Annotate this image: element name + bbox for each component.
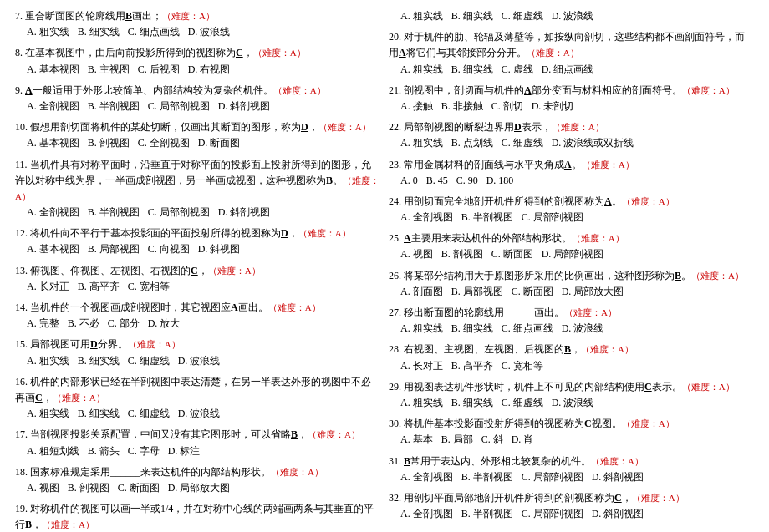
- q18-text: 18. 国家标准规定采用______来表达机件的内部结构形状。（难度：A）: [15, 464, 380, 480]
- question-7: 7. 重合断面图的轮廓线用B画出；（难度：A） A. 粗实线 B. 细实线 C.…: [15, 8, 380, 40]
- q18-options: A. 视图 B. 剖视图 C. 断面图 D. 局部放大图: [15, 480, 380, 496]
- q28-options: A. 长对正 B. 高平齐 C. 宽相等: [389, 358, 754, 374]
- q14-options: A. 完整 B. 不必 C. 部分 D. 放大: [15, 316, 380, 332]
- q10-text: 10. 假想用剖切面将机件的某处切断，仅画出其断面的图形，称为D，（难度：A）: [15, 119, 380, 135]
- question-32: 32. 用剖切平面局部地剖开机件所得到的剖视图称为C，（难度：A） A. 全剖视…: [389, 490, 754, 522]
- q23-options: A. 0 B. 45 C. 90 D. 180: [389, 173, 754, 189]
- q22-text: 22. 局部剖视图的断裂边界用D表示，（难度：A）: [389, 119, 754, 135]
- q31-text: 31. B常用于表达内、外形相比较复杂的机件。（难度：A）: [389, 453, 754, 469]
- q17-text: 17. 当剖视图投影关系配置，中间又没有其它图形时，可以省略B，（难度：A）: [15, 427, 380, 443]
- q19-text: 19. 对称机件的视图可以画一半或1/4，并在对称中心线的两端画两条与其垂直的平…: [15, 501, 380, 532]
- question-11: 11. 当机件具有对称平面时，沿垂直于对称平面的投影面上投射所得到的图形，允许以…: [15, 157, 380, 221]
- question-23: 23. 常用金属材料的剖面线与水平夹角成A。（难度：A） A. 0 B. 45 …: [389, 157, 754, 189]
- q30-text: 30. 将机件基本投影面投射所得到的视图称为C视图。（难度：A）: [389, 416, 754, 432]
- q23-text: 23. 常用金属材料的剖面线与水平夹角成A。（难度：A）: [389, 157, 754, 173]
- q17-options: A. 粗短划线 B. 箭头 C. 字母 D. 标注: [15, 443, 380, 459]
- q32-options: A. 全剖视图 B. 半剖视图 C. 局部剖视图 D. 斜剖视图: [389, 506, 754, 522]
- q12-text: 12. 将机件向不平行于基本投影面的平面投射所得的视图称为D，（难度：A）: [15, 225, 380, 241]
- right-column: A. 粗实线 B. 细实线 C. 细虚线 D. 波浪线 20. 对于机件的肋、轮…: [389, 8, 754, 532]
- question-14: 14. 当机件的一个视图画成剖视图时，其它视图应A画出。（难度：A） A. 完整…: [15, 300, 380, 332]
- q9-options: A. 全剖视图 B. 半剖视图 C. 局部剖视图 D. 斜剖视图: [15, 99, 380, 114]
- q30-options: A. 基本 B. 局部 C. 斜 D. 肖: [389, 432, 754, 448]
- q16-text: 16. 机件的内部形状已经在半剖视图中表达清楚，在另一半表达外形的视图中不必再画…: [15, 374, 380, 406]
- question-17: 17. 当剖视图投影关系配置，中间又没有其它图形时，可以省略B，（难度：A） A…: [15, 427, 380, 459]
- q12-options: A. 基本视图 B. 局部视图 C. 向视图 D. 斜视图: [15, 241, 380, 257]
- q14-text: 14. 当机件的一个视图画成剖视图时，其它视图应A画出。（难度：A）: [15, 300, 380, 316]
- question-10: 10. 假想用剖切面将机件的某处切断，仅画出其断面的图形，称为D，（难度：A） …: [15, 119, 380, 151]
- question-15: 15. 局部视图可用D分界。（难度：A） A. 粗实线 B. 细实线 C. 细虚…: [15, 337, 380, 368]
- q19-options-right: A. 粗实线 B. 细实线 C. 细虚线 D. 波浪线: [389, 8, 754, 24]
- q24-text: 24. 用剖切面完全地剖开机件所得到的剖视图称为A。（难度：A）: [389, 194, 754, 210]
- question-22: 22. 局部剖视图的断裂边界用D表示，（难度：A） A. 粗实线 B. 点划线 …: [389, 119, 754, 151]
- q13-options: A. 长对正 B. 高平齐 C. 宽相等: [15, 279, 380, 295]
- question-20: 20. 对于机件的肋、轮辐及薄壁等，如按纵向剖切，这些结构都不画剖面符号，而用A…: [389, 29, 754, 78]
- q20-options: A. 粗实线 B. 细实线 C. 虚线 D. 细点画线: [389, 62, 754, 78]
- q25-options: A. 视图 B. 剖视图 C. 断面图 D. 局部剖视图: [389, 246, 754, 262]
- q29-options: A. 粗实线 B. 细实线 C. 细虚线 D. 波浪线: [389, 395, 754, 411]
- q15-text: 15. 局部视图可用D分界。（难度：A）: [15, 337, 380, 352]
- q28-text: 28. 右视图、主视图、左视图、后视图的B，（难度：A）: [389, 342, 754, 357]
- question-13: 13. 俯视图、仰视图、左视图、右视图的C，（难度：A） A. 长对正 B. 高…: [15, 263, 380, 295]
- q20-text: 20. 对于机件的肋、轮辐及薄壁等，如按纵向剖切，这些结构都不画剖面符号，而用A…: [389, 29, 754, 61]
- question-25: 25. A主要用来表达机件的外部结构形状。（难度：A） A. 视图 B. 剖视图…: [389, 231, 754, 262]
- question-29: 29. 用视图表达机件形状时，机件上不可见的内部结构使用C表示。（难度：A） A…: [389, 379, 754, 411]
- q11-text: 11. 当机件具有对称平面时，沿垂直于对称平面的投影面上投射所得到的图形，允许以…: [15, 157, 380, 205]
- q10-options: A. 基本视图 B. 剖视图 C. 全剖视图 D. 断面图: [15, 135, 380, 151]
- q21-options: A. 接触 B. 非接触 C. 剖切 D. 未剖切: [389, 99, 754, 114]
- q32-text: 32. 用剖切平面局部地剖开机件所得到的剖视图称为C，（难度：A）: [389, 490, 754, 506]
- q7-text: 7. 重合断面图的轮廓线用B画出；（难度：A）: [15, 8, 380, 24]
- q24-options: A. 全剖视图 B. 半剖视图 C. 局部剖视图: [389, 210, 754, 225]
- left-column: 7. 重合断面图的轮廓线用B画出；（难度：A） A. 粗实线 B. 细实线 C.…: [15, 8, 380, 532]
- q16-options: A. 粗实线 B. 细实线 C. 细虚线 D. 波浪线: [15, 406, 380, 422]
- q11-options: A. 全剖视图 B. 半剖视图 C. 局部剖视图 D. 斜剖视图: [15, 205, 380, 220]
- q29-text: 29. 用视图表达机件形状时，机件上不可见的内部结构使用C表示。（难度：A）: [389, 379, 754, 395]
- q22-options: A. 粗实线 B. 点划线 C. 细虚线 D. 波浪线或双折线: [389, 135, 754, 151]
- q13-text: 13. 俯视图、仰视图、左视图、右视图的C，（难度：A）: [15, 263, 380, 279]
- question-21: 21. 剖视图中，剖切面与机件的A部分变面与材料相应的剖面符号。（难度：A） A…: [389, 83, 754, 114]
- q7-options: A. 粗实线 B. 细实线 C. 细点画线 D. 波浪线: [15, 24, 380, 40]
- question-16: 16. 机件的内部形状已经在半剖视图中表达清楚，在另一半表达外形的视图中不必再画…: [15, 374, 380, 423]
- question-27: 27. 移出断面图的轮廓线用______画出。（难度：A） A. 粗实线 B. …: [389, 305, 754, 337]
- question-9: 9. A一般适用于外形比较简单、内部结构较为复杂的机件。（难度：A） A. 全剖…: [15, 83, 380, 114]
- question-12: 12. 将机件向不平行于基本投影面的平面投射所得的视图称为D，（难度：A） A.…: [15, 225, 380, 257]
- question-31: 31. B常用于表达内、外形相比较复杂的机件。（难度：A） A. 全剖视图 B.…: [389, 453, 754, 485]
- main-content: 7. 重合断面图的轮廓线用B画出；（难度：A） A. 粗实线 B. 细实线 C.…: [15, 8, 754, 532]
- q26-options: A. 剖面图 B. 局部视图 C. 断面图 D. 局部放大图: [389, 284, 754, 300]
- q27-text: 27. 移出断面图的轮廓线用______画出。（难度：A）: [389, 305, 754, 321]
- q8-options: A. 基本视图 B. 主视图 C. 后视图 D. 右视图: [15, 62, 380, 78]
- q9-text: 9. A一般适用于外形比较简单、内部结构较为复杂的机件。（难度：A）: [15, 83, 380, 99]
- q27-options: A. 粗实线 B. 细实线 C. 细点画线 D. 波浪线: [389, 321, 754, 337]
- question-30: 30. 将机件基本投影面投射所得到的视图称为C视图。（难度：A） A. 基本 B…: [389, 416, 754, 448]
- q8-text: 8. 在基本视图中，由后向前投影所得到的视图称为C，（难度：A）: [15, 45, 380, 61]
- q21-text: 21. 剖视图中，剖切面与机件的A部分变面与材料相应的剖面符号。（难度：A）: [389, 83, 754, 99]
- question-28: 28. 右视图、主视图、左视图、后视图的B，（难度：A） A. 长对正 B. 高…: [389, 342, 754, 373]
- q31-options: A. 全剖视图 B. 半剖视图 C. 局部剖视图 D. 斜剖视图: [389, 469, 754, 485]
- question-26: 26. 将某部分结构用大于原图形所采用的比例画出，这种图形称为B。（难度：A） …: [389, 268, 754, 300]
- question-18: 18. 国家标准规定采用______来表达机件的内部结构形状。（难度：A） A.…: [15, 464, 380, 496]
- question-24: 24. 用剖切面完全地剖开机件所得到的剖视图称为A。（难度：A） A. 全剖视图…: [389, 194, 754, 225]
- q26-text: 26. 将某部分结构用大于原图形所采用的比例画出，这种图形称为B。（难度：A）: [389, 268, 754, 284]
- q15-options: A. 粗实线 B. 细实线 C. 细虚线 D. 波浪线: [15, 353, 380, 369]
- q25-text: 25. A主要用来表达机件的外部结构形状。（难度：A）: [389, 231, 754, 246]
- question-8: 8. 在基本视图中，由后向前投影所得到的视图称为C，（难度：A） A. 基本视图…: [15, 45, 380, 77]
- question-19: 19. 对称机件的视图可以画一半或1/4，并在对称中心线的两端画两条与其垂直的平…: [15, 501, 380, 532]
